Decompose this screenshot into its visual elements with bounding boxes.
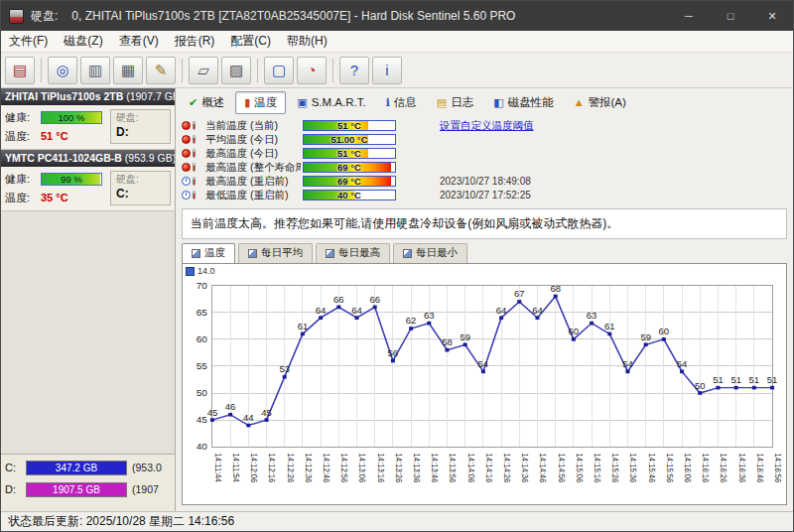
thermometer-icon — [193, 135, 196, 144]
tab-disk-performance[interactable]: ◧磁盘性能 — [484, 91, 562, 114]
svg-text:63: 63 — [424, 311, 435, 320]
clipboard-icon[interactable]: ▨ — [221, 57, 251, 84]
graph-tab-daily-min[interactable]: 每日最小 — [393, 243, 467, 263]
toolbar-separator — [41, 59, 42, 82]
graph-tab-daily-average[interactable]: 每日平均 — [238, 243, 313, 263]
temperature-summary: 当前温度 (当前) 51 °C 设置自定义温度阈值 平均温度 (今日) 51.0… — [176, 114, 793, 203]
toolbar-separator — [332, 59, 333, 82]
svg-text:64: 64 — [532, 306, 543, 315]
svg-text:70: 70 — [197, 280, 207, 290]
drive-letter-box: 硬盘: D: — [110, 109, 171, 144]
svg-text:45: 45 — [207, 408, 218, 417]
disk-surface-test-icon[interactable]: ▦ — [113, 57, 143, 84]
temp-row-current: 当前温度 (当前) 51 °C 设置自定义温度阈值 — [182, 119, 787, 132]
svg-text:64: 64 — [496, 306, 507, 315]
graph-tab-daily-max[interactable]: 每日最高 — [316, 243, 390, 263]
tab-alerts[interactable]: ▲警报(A) — [565, 91, 635, 114]
info-icon[interactable]: i — [372, 57, 402, 84]
log-icon: ▤ — [437, 97, 447, 108]
thermometer-icon — [193, 177, 196, 186]
graph-tab-temperature[interactable]: 温度 — [182, 243, 235, 263]
svg-text:56: 56 — [388, 348, 399, 357]
close-button[interactable]: ✕ — [751, 1, 793, 31]
svg-text:14:16:46: 14:16:46 — [755, 454, 764, 483]
active-hard-disk-icon[interactable]: ▤ — [5, 57, 35, 84]
disk-panel-zhitai[interactable]: ZHITAI TiPlus7100s 2TB (1907.7 GB — [1, 88, 175, 105]
main-panel: ✔概述 ▮温度 ▣S.M.A.R.T. ℹ信息 ▤日志 ◧磁盘性能 ▲警报(A)… — [176, 88, 793, 511]
svg-text:40: 40 — [197, 442, 207, 452]
alarm-icon — [182, 149, 191, 158]
temp-row-average: 平均温度 (今日) 51.00 °C — [182, 133, 787, 146]
temp-row-max-today: 最高温度 (今日) 51 °C — [182, 147, 787, 160]
help-icon[interactable]: ? — [339, 57, 369, 84]
svg-text:14:13:36: 14:13:36 — [412, 454, 421, 483]
partition-total: (1907 — [132, 483, 159, 495]
disk-size: (953.9 GB) — [125, 152, 175, 164]
tab-overview[interactable]: ✔概述 — [180, 91, 233, 114]
printer-icon[interactable]: ▱ — [189, 57, 218, 84]
thermometer-icon — [193, 191, 196, 200]
temp-gauge: 69 °C — [303, 176, 396, 187]
svg-text:14:15:46: 14:15:46 — [647, 454, 656, 483]
partition-row-c[interactable]: C: 347.2 GB (953.0 — [5, 460, 171, 475]
timestamp: 2023/10/27 17:52:25 — [440, 190, 531, 200]
disk-title: YMTC PC411-1024GB-B — [5, 152, 122, 164]
disk-report-icon[interactable]: ✎ — [146, 57, 176, 84]
timestamp: 2023/10/27 18:49:08 — [440, 176, 531, 187]
gauge-icon[interactable]: ◔ — [297, 57, 327, 84]
alert-icon: ▲ — [574, 97, 585, 108]
menu-file[interactable]: 文件(F) — [1, 31, 56, 52]
chip-icon: ▣ — [297, 97, 307, 108]
temp-gauge: 69 °C — [303, 162, 396, 173]
detect-disk-icon[interactable]: ◎ — [48, 57, 77, 84]
tab-log[interactable]: ▤日志 — [428, 91, 482, 114]
health-value: 99 % — [42, 174, 101, 185]
menu-help[interactable]: 帮助(H) — [279, 31, 335, 52]
tab-info[interactable]: ℹ信息 — [377, 91, 426, 114]
disk-label: 硬盘: — [116, 111, 165, 125]
monitor-icon[interactable]: ▢ — [264, 57, 294, 84]
svg-text:67: 67 — [514, 290, 525, 299]
disk-info-zhitai[interactable]: 健康: 100 % 硬盘: D: 温度: 51 °C — [1, 105, 175, 150]
svg-text:14:13:26: 14:13:26 — [394, 454, 403, 483]
menu-disk[interactable]: 磁盘(Z) — [56, 31, 110, 52]
svg-text:14:11:44: 14:11:44 — [213, 454, 222, 483]
health-label: 健康: — [5, 172, 41, 187]
thermometer-icon: ▮ — [244, 97, 250, 108]
tab-smart[interactable]: ▣S.M.A.R.T. — [288, 92, 374, 112]
health-value: 100 % — [42, 112, 101, 123]
partition-row-d[interactable]: D: 1907.5 GB (1907 — [5, 481, 171, 497]
disk-overview-icon[interactable]: ▥ — [80, 57, 110, 84]
menu-view[interactable]: 查看(V) — [111, 31, 167, 52]
disk-panel-ymtc[interactable]: YMTC PC411-1024GB-B (953.9 GB) — [1, 150, 175, 167]
main-tab-bar: ✔概述 ▮温度 ▣S.M.A.R.T. ℹ信息 ▤日志 ◧磁盘性能 ▲警报(A) — [176, 88, 793, 114]
tab-temperature[interactable]: ▮温度 — [235, 91, 286, 114]
set-threshold-link[interactable]: 设置自定义温度阈值 — [440, 119, 534, 133]
disk-label: 硬盘: — [116, 173, 165, 187]
svg-text:63: 63 — [587, 311, 597, 320]
svg-text:14:14:06: 14:14:06 — [466, 454, 475, 483]
graph-scale-indicator: 14.0 — [186, 266, 215, 276]
maximize-button[interactable]: □ — [710, 1, 751, 31]
svg-text:62: 62 — [406, 317, 417, 326]
svg-text:14:12:56: 14:12:56 — [339, 454, 348, 483]
svg-text:58: 58 — [442, 338, 453, 347]
graph-tab-bar: 温度 每日平均 每日最高 每日最小 — [176, 243, 793, 263]
svg-text:64: 64 — [316, 306, 327, 315]
menu-report[interactable]: 报告(R) — [167, 31, 223, 52]
health-label: 健康: — [5, 110, 41, 125]
svg-text:14:16:36: 14:16:36 — [737, 454, 746, 483]
mini-chart-icon — [403, 249, 412, 258]
window-title: 0, ZHITAI TiPlus7100s 2TB [ZTA82T0AB2534… — [71, 9, 668, 23]
clock-icon — [182, 191, 191, 200]
svg-text:14:13:06: 14:13:06 — [357, 454, 366, 483]
svg-text:60: 60 — [197, 333, 207, 343]
svg-text:14:16:16: 14:16:16 — [701, 454, 710, 483]
menu-config[interactable]: 配置(C) — [222, 31, 279, 52]
svg-text:61: 61 — [298, 322, 309, 331]
svg-text:44: 44 — [243, 413, 254, 422]
disk-info-ymtc[interactable]: 健康: 99 % 硬盘: C: 温度: 35 °C — [1, 167, 175, 211]
svg-text:54: 54 — [677, 359, 688, 368]
minimize-button[interactable]: ─ — [668, 1, 710, 31]
partition-usage-bar: 1907.5 GB — [26, 482, 127, 497]
